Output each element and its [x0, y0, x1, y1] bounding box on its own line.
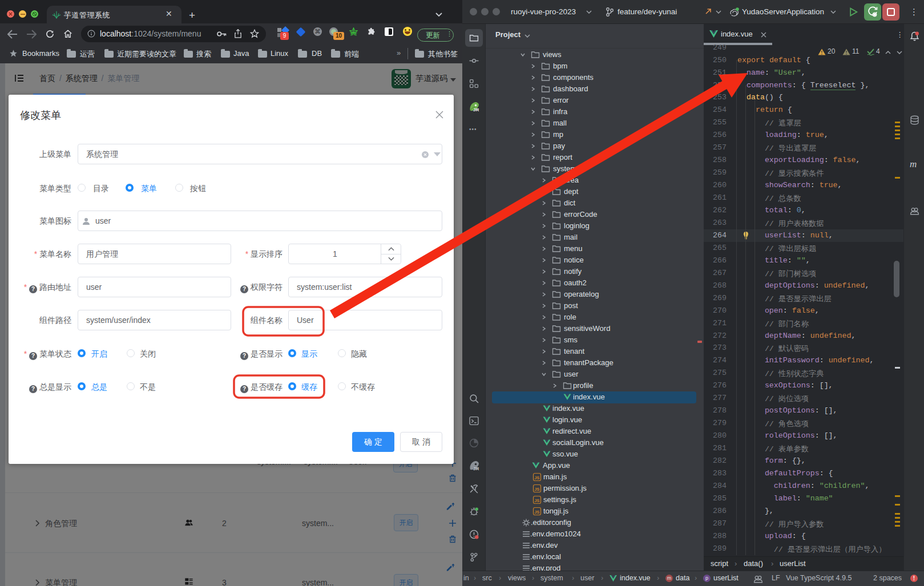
svg-text:JR: JR — [473, 107, 479, 112]
svg-text:JR: JR — [473, 466, 479, 471]
